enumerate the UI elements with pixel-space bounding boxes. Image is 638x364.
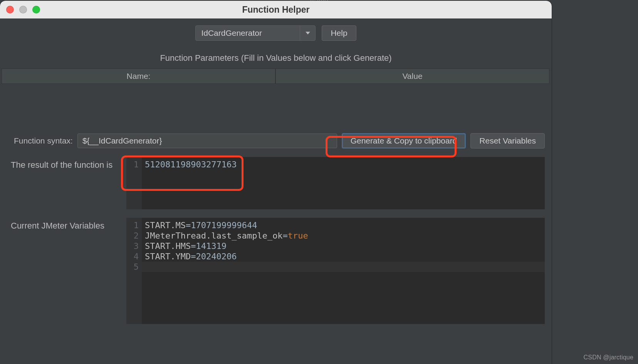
var-key: JMeterThread.last_sample_ok (145, 231, 283, 240)
parameters-section-label: Function Parameters (Fill in Values belo… (0, 43, 552, 68)
line-number: 4 (126, 251, 139, 262)
var-key: START.YMD (145, 252, 191, 261)
parameters-col-name: Name: (2, 68, 275, 84)
reset-variables-button[interactable]: Reset Variables (470, 133, 545, 149)
variables-row: Current JMeter Variables 1 2 3 4 5 START… (0, 209, 552, 324)
function-syntax-input[interactable] (77, 134, 337, 148)
var-key: START.HMS (145, 241, 191, 251)
function-select-value: IdCardGenerator (201, 28, 262, 38)
help-button[interactable]: Help (322, 25, 356, 41)
titlebar: Function Helper (0, 1, 552, 18)
function-select[interactable]: IdCardGenerator (195, 25, 316, 41)
result-row: The result of the function is 1 51208119… (0, 153, 552, 209)
var-value: 20240206 (196, 252, 237, 261)
line-number: 2 (126, 230, 139, 241)
variables-label: Current JMeter Variables (11, 218, 119, 231)
watermark: CSDN @jarctique (584, 354, 634, 361)
generate-copy-button[interactable]: Generate & Copy to clipboard (342, 133, 466, 149)
line-number: 3 (126, 241, 139, 251)
variables-textarea[interactable]: 1 2 3 4 5 START.MS=1707199999644 JMeterT… (126, 218, 545, 324)
parameters-col-value: Value (275, 68, 549, 84)
zoom-icon[interactable] (32, 6, 40, 13)
var-key: START.MS (145, 220, 186, 230)
result-gutter: 1 (126, 157, 142, 209)
var-value: 141319 (196, 241, 226, 251)
result-content: 512081198903277163 (142, 157, 545, 209)
function-syntax-label: Function syntax: (14, 136, 73, 145)
line-number: 5 (126, 262, 139, 272)
parameters-table: Name: Value (2, 68, 549, 112)
parameters-table-body[interactable] (2, 84, 549, 112)
function-helper-dialog: Function Helper IdCardGenerator Help Fun… (0, 1, 552, 364)
line-number: 1 (126, 220, 139, 230)
chevron-down-icon (300, 26, 315, 40)
toolbar: IdCardGenerator Help (0, 18, 552, 43)
parameters-table-header: Name: Value (2, 68, 549, 84)
result-textarea[interactable]: 1 512081198903277163 (126, 157, 545, 209)
window-controls (6, 6, 40, 13)
variables-content: START.MS=1707199999644 JMeterThread.last… (142, 218, 545, 324)
close-icon[interactable] (6, 6, 14, 13)
var-value: 1707199999644 (191, 220, 257, 230)
var-value: true (288, 231, 308, 240)
minimize-icon[interactable] (19, 6, 27, 13)
line-number: 1 (126, 159, 139, 170)
function-syntax-row: Function syntax: Generate & Copy to clip… (0, 112, 552, 153)
result-label: The result of the function is (11, 157, 119, 170)
result-value: 512081198903277163 (145, 160, 237, 169)
variables-gutter: 1 2 3 4 5 (126, 218, 142, 324)
window-title: Function Helper (0, 5, 552, 15)
